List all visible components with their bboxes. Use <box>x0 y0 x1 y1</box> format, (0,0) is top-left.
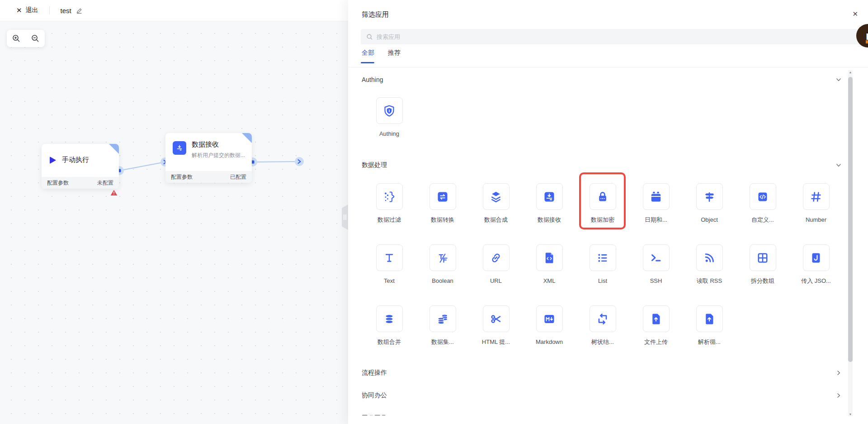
app-card[interactable] <box>536 305 563 332</box>
edit-pencil-icon[interactable] <box>76 7 83 14</box>
section-header[interactable]: Authing <box>362 76 854 83</box>
panel-close-icon[interactable]: ✕ <box>852 10 858 18</box>
app-label: 读取 RSS <box>697 277 722 285</box>
zoom-in-icon[interactable] <box>7 30 26 47</box>
app-card[interactable] <box>536 244 563 271</box>
app-label: 传入 JSO... <box>801 277 831 285</box>
app-card[interactable] <box>696 305 723 332</box>
app-card[interactable] <box>590 305 616 332</box>
workflow-canvas[interactable]: 手动执行 配置参数 未配置 数据接收 解析用户提交的数据... 配置参 <box>0 21 348 424</box>
node-fold-corner <box>242 133 252 143</box>
node-title: 数据接收 <box>192 140 219 149</box>
code-square-icon <box>756 190 769 204</box>
app-card[interactable] <box>643 183 670 210</box>
app-item[interactable]: 解析循... <box>683 305 736 346</box>
app-card[interactable] <box>590 244 616 271</box>
app-label: 数组合并 <box>377 338 401 346</box>
node-manual-run[interactable]: 手动执行 配置参数 未配置 <box>42 144 119 189</box>
app-label: Authing <box>379 130 399 138</box>
app-card[interactable] <box>750 183 776 210</box>
exit-button[interactable]: 退出 <box>26 6 38 14</box>
search-box[interactable] <box>361 29 862 44</box>
app-label: Text <box>384 277 395 285</box>
tab-all[interactable]: 全部 <box>362 49 374 63</box>
app-item[interactable]: 数据转换 <box>416 183 469 224</box>
app-item[interactable]: XML <box>523 244 576 285</box>
chevron-right-icon[interactable] <box>835 415 842 415</box>
app-card[interactable] <box>429 244 456 271</box>
chevron-down-icon[interactable] <box>835 76 842 83</box>
app-item[interactable]: 数组合并 <box>363 305 416 346</box>
database-multi-icon <box>436 312 449 326</box>
exit-close-icon[interactable]: ✕ <box>16 6 22 14</box>
app-item[interactable]: List <box>576 244 629 285</box>
app-card[interactable] <box>376 305 403 332</box>
app-item[interactable]: Number <box>789 183 843 224</box>
app-item[interactable]: HTML 提... <box>469 305 523 346</box>
config-status: 未配置 <box>97 179 113 187</box>
app-item[interactable]: 传入 JSO... <box>789 244 843 285</box>
chevron-down-icon[interactable] <box>835 162 842 168</box>
table-grid-icon <box>756 251 769 265</box>
app-label: 数据加密 <box>591 216 614 224</box>
app-item[interactable]: Text <box>363 244 416 285</box>
section-header[interactable]: 数据处理 <box>362 161 854 169</box>
app-item[interactable]: 数据接收 <box>523 183 576 224</box>
file-upload-icon <box>649 312 663 326</box>
app-item[interactable]: URL <box>469 244 523 285</box>
scroll-up-icon[interactable]: ▲ <box>848 71 853 74</box>
scrollbar[interactable]: ▲ ▼ <box>848 70 853 416</box>
app-label: 数据过滤 <box>377 216 401 224</box>
app-card[interactable] <box>376 97 403 124</box>
tab-recommended[interactable]: 推荐 <box>388 49 401 63</box>
app-card[interactable] <box>483 183 509 210</box>
node-data-receive[interactable]: 数据接收 解析用户提交的数据... 配置参数 已配置 <box>165 133 252 183</box>
app-item[interactable]: 文件上传 <box>629 305 683 346</box>
app-card[interactable] <box>750 244 776 271</box>
app-item[interactable]: 数据加密 <box>576 183 629 224</box>
app-item[interactable]: Markdown <box>523 305 576 346</box>
app-card[interactable] <box>376 244 403 271</box>
app-item[interactable]: 数据过滤 <box>363 183 416 224</box>
app-label: SSH <box>650 277 662 285</box>
app-item[interactable]: 数据集... <box>416 305 469 346</box>
app-card[interactable] <box>536 183 563 210</box>
app-item[interactable]: 树状结... <box>576 305 629 346</box>
app-item[interactable]: 数据合成 <box>469 183 523 224</box>
section-header[interactable]: 协同办公 <box>362 391 854 400</box>
app-card[interactable] <box>803 244 830 271</box>
app-card[interactable] <box>803 183 830 210</box>
app-item[interactable]: Boolean <box>416 244 469 285</box>
chevron-right-icon[interactable] <box>835 370 842 376</box>
section-header[interactable]: 开发工具 <box>362 414 854 415</box>
app-item[interactable]: SSH <box>629 244 683 285</box>
chevron-right-icon[interactable] <box>835 392 842 399</box>
scrollbar-thumb[interactable] <box>848 77 853 362</box>
app-item[interactable]: 拆分数组 <box>736 244 789 285</box>
app-card[interactable] <box>429 305 456 332</box>
json-icon <box>809 251 823 265</box>
app-card[interactable] <box>643 244 670 271</box>
zoom-out-icon[interactable] <box>26 30 45 47</box>
app-item[interactable]: 读取 RSS <box>683 244 736 285</box>
app-item[interactable]: Object <box>683 183 736 224</box>
app-item[interactable]: 自定义... <box>736 183 789 224</box>
panel-collapse-handle[interactable] <box>342 205 348 230</box>
app-card[interactable] <box>696 183 723 210</box>
workflow-builder-app: ✕ 退出 test <box>0 0 868 424</box>
app-card[interactable] <box>483 244 509 271</box>
app-item[interactable]: Authing <box>363 97 416 138</box>
app-item[interactable]: 日期和... <box>629 183 683 224</box>
app-label: 文件上传 <box>644 338 668 346</box>
app-card[interactable] <box>643 305 670 332</box>
section-header[interactable]: 流程操作 <box>362 369 854 377</box>
app-card[interactable] <box>376 183 403 210</box>
app-card[interactable] <box>590 183 616 210</box>
scroll-down-icon[interactable]: ▼ <box>848 413 853 416</box>
app-card[interactable] <box>429 183 456 210</box>
search-input[interactable] <box>377 33 856 40</box>
app-card[interactable] <box>483 305 509 332</box>
app-card[interactable] <box>696 244 723 271</box>
list-icon <box>596 251 609 265</box>
shield-icon <box>382 104 396 118</box>
